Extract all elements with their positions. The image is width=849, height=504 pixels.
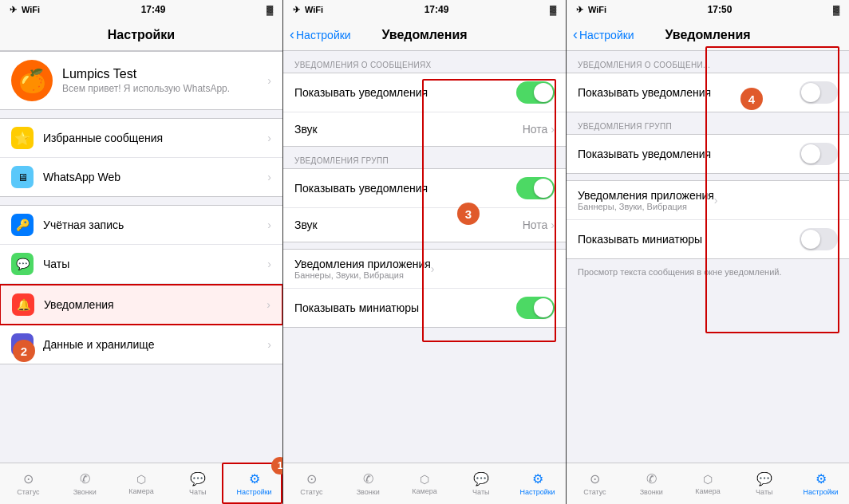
show-notif-grp-label: Показывать уведомления [294,182,516,195]
chats-icon: 💬 [11,253,34,275]
battery-icon-1: ▓ [267,5,273,14]
tab-calls-1[interactable]: ✆ Звонки [57,463,113,504]
screen-1: ✈ WiFi 17:49 ▓ Настройки 🍊 Lumpics Test … [0,0,283,504]
calls-icon-1: ✆ [80,471,90,486]
web-label: WhatsApp Web [43,171,267,183]
section-header-groups-3: УВЕДОМЛЕНИЯ ГРУПП [567,119,849,134]
app-notif-chevron-3: › [714,194,718,207]
nav-bar-3: ‹ Настройки Уведомления [567,19,849,51]
list-group-2: 🔑 Учётная запись › 💬 Чаты › 🔔 Уведомлени… [0,205,282,364]
sound-grp[interactable]: Звук Нота › [283,208,566,242]
starred-icon: ⭐ [11,127,34,149]
data-item[interactable]: ↕ Данные и хранилище › [0,325,282,364]
note-text-area: Просмотр текста сообщения в окне уведомл… [567,259,849,283]
back-arrow-2: ‹ [290,26,294,43]
web-icon: 🖥 [11,166,34,188]
tab-settings-label-3: Настройки [804,488,839,496]
sound-msg-value: Нота [523,123,548,136]
step-badge-4: 4 [740,88,763,110]
groups-group-3: Показывать уведомления [567,134,849,174]
show-thumbnails-toggle[interactable] [516,297,555,319]
data-label: Данные и хранилище [43,338,267,351]
settings-icon-1: ⚙ [249,471,260,486]
nav-title-1: Настройки [108,28,175,42]
back-button-3[interactable]: ‹ Настройки [573,26,634,43]
tab-calls-2[interactable]: ✆ Звонки [340,463,397,504]
show-notifications-grp-3[interactable]: Показывать уведомления [567,135,849,173]
tab-calls-label-1: Звонки [73,488,97,496]
section-header-groups: УВЕДОМЛЕНИЯ ГРУПП [283,153,566,168]
show-thumbnails[interactable]: Показывать миниатюры [283,289,566,327]
tab-camera-3[interactable]: ⬡ Камера [680,463,736,504]
camera-icon-3: ⬡ [703,473,713,486]
profile-info: Lumpics Test Всем привет! Я использую Wh… [62,67,267,94]
back-arrow-3: ‹ [573,26,578,43]
show-notif-msg-label-3: Показывать уведомления [578,86,800,99]
settings-icon-2: ⚙ [532,471,543,486]
status-icon-1: ⊙ [23,471,34,486]
show-notif-msg-toggle[interactable] [516,81,555,104]
notifications-item[interactable]: 🔔 Уведомления › [0,284,283,325]
show-notif-grp-toggle[interactable] [516,177,555,199]
tab-camera-2[interactable]: ⬡ Камера [397,463,453,504]
avatar: 🍊 [11,60,53,101]
tab-calls-3[interactable]: ✆ Звонки [623,463,680,504]
tab-settings-1[interactable]: ⚙ Настройки 1 [226,463,282,504]
tab-settings-label-1: Настройки [237,488,272,496]
messages-group: Показывать уведомления Звук Нота › [283,73,566,147]
show-notifications-msg[interactable]: Показывать уведомления [283,73,566,112]
screen-2: ✈ WiFi 17:49 ▓ ‹ Настройки Уведомления У… [283,0,567,504]
status-bar-3: ✈ WiFi 17:50 ▓ [567,0,849,19]
whatsapp-web-item[interactable]: 🖥 WhatsApp Web › [0,158,282,196]
tab-bar-3: ⊙ Статус ✆ Звонки ⬡ Камера 💬 Чаты ⚙ Наст… [567,463,849,504]
tab-chats-label-2: Чаты [472,488,489,496]
time-1: 17:49 [141,4,166,15]
airplane-icon-3: ✈ [576,5,583,15]
app-notifications-3[interactable]: Уведомления приложения Баннеры, Звуки, В… [567,181,849,220]
show-notifications-grp[interactable]: Показывать уведомления [283,169,566,208]
starred-label: Избранные сообщения [43,132,267,144]
airplane-icon-2: ✈ [293,5,300,15]
show-notif-grp-toggle-3[interactable] [800,143,838,165]
tab-settings-2[interactable]: ⚙ Настройки [509,463,566,504]
tab-status-2[interactable]: ⊙ Статус [283,463,340,504]
status-icon-2: ⊙ [306,471,317,486]
status-bar-2: ✈ WiFi 17:49 ▓ [283,0,566,19]
tab-status-3[interactable]: ⊙ Статус [567,463,623,504]
show-thumbnails-3[interactable]: Показывать миниатюры [567,220,849,258]
back-label-2: Настройки [296,29,351,41]
app-notif-text-3: Уведомления приложения Баннеры, Звуки, В… [578,189,714,211]
app-notif-label-3: Уведомления приложения [578,189,714,202]
sound-msg-chevron: › [551,123,555,136]
starred-chevron: › [267,132,271,144]
time-2: 17:49 [424,4,449,15]
tab-bar-1: ⊙ Статус ✆ Звонки ⬡ Камера 💬 Чаты ⚙ Наст… [0,463,282,504]
tab-chats-2[interactable]: 💬 Чаты [452,463,509,504]
chats-item[interactable]: 💬 Чаты › [0,245,282,284]
step-badge-3: 3 [457,203,480,225]
tab-chats-3[interactable]: 💬 Чаты [736,463,792,504]
app-notifications[interactable]: Уведомления приложения Баннеры, Звуки, В… [283,250,566,289]
chats-chevron: › [267,258,271,270]
starred-item[interactable]: ⭐ Избранные сообщения › [0,119,282,158]
tab-camera-1[interactable]: ⬡ Камера [113,463,170,504]
profile-row[interactable]: 🍊 Lumpics Test Всем привет! Я использую … [0,51,282,110]
account-item[interactable]: 🔑 Учётная запись › [0,206,282,245]
app-notif-sub: Баннеры, Звуки, Вибрация [294,270,431,280]
tab-chats-1[interactable]: 💬 Чаты [169,463,226,504]
show-thumbnails-toggle-3[interactable] [800,228,838,250]
step-badge-2: 2 [13,340,35,362]
app-notif-group: Уведомления приложения Баннеры, Звуки, В… [283,249,566,328]
sound-msg[interactable]: Звук Нота › [283,112,566,146]
camera-icon-1: ⬡ [136,473,146,486]
sound-grp-label: Звук [294,219,523,231]
tab-status-1[interactable]: ⊙ Статус [0,463,57,504]
back-button-2[interactable]: ‹ Настройки [290,26,351,43]
nav-bar-1: Настройки [0,19,282,51]
settings-icon-3: ⚙ [815,471,827,486]
chats-label: Чаты [43,258,267,270]
show-notif-msg-toggle-3[interactable] [800,81,838,104]
show-notifications-msg-3[interactable]: Показывать уведомления [567,73,849,112]
app-notif-chevron: › [431,262,435,275]
tab-settings-3[interactable]: ⚙ Настройки [792,463,849,504]
